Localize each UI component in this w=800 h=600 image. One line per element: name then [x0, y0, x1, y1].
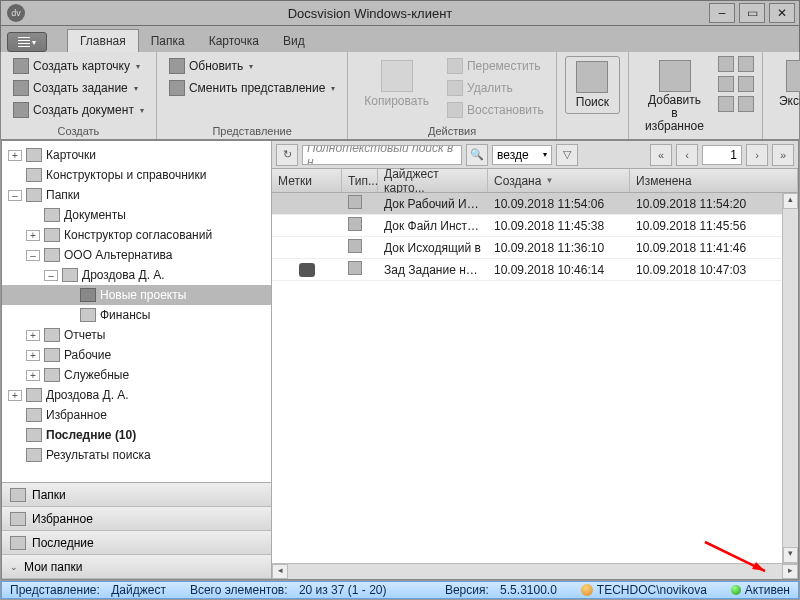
- add-favorite-label: Добавить в избранное: [645, 94, 704, 134]
- folder-icon: [44, 228, 60, 242]
- status-user: TECHDOC\novikova: [581, 583, 707, 597]
- tree-node-new-projects[interactable]: Новые проекты: [2, 285, 271, 305]
- tab-folder[interactable]: Папка: [139, 30, 197, 52]
- fulltext-search-input[interactable]: Полнотекстовый поиск в н: [302, 145, 462, 165]
- sidebar: +Карточки Конструкторы и справочники –Па…: [2, 141, 272, 579]
- group-label-actions: Действия: [356, 123, 547, 137]
- col-modified[interactable]: Изменена: [630, 169, 798, 192]
- tree-node-constructors[interactable]: Конструкторы и справочники: [2, 165, 271, 185]
- move-button[interactable]: Переместить: [443, 56, 548, 76]
- move-label: Переместить: [467, 59, 541, 73]
- star-icon: [10, 512, 26, 526]
- doctype-icon: [348, 217, 362, 231]
- table-row[interactable]: Док Файл Инструкция...10.09.2018 11:45:3…: [272, 215, 798, 237]
- restore-icon: [447, 102, 463, 118]
- export-button[interactable]: Экспорт: [771, 56, 800, 112]
- change-view-button[interactable]: Сменить представление▾: [165, 78, 339, 98]
- search-icon: [26, 448, 42, 462]
- restore-button[interactable]: Восстановить: [443, 100, 548, 120]
- chevron-down-icon: ▾: [134, 84, 138, 93]
- minimize-button[interactable]: –: [709, 3, 735, 23]
- refresh-button[interactable]: Обновить▾: [165, 56, 339, 76]
- search-scope-combo[interactable]: везде▾: [492, 145, 552, 165]
- tree-node-reports[interactable]: +Отчеты: [2, 325, 271, 345]
- tree-node-service[interactable]: +Служебные: [2, 365, 271, 385]
- move-icon: [447, 58, 463, 74]
- folder-tree: +Карточки Конструкторы и справочники –Па…: [2, 141, 271, 482]
- page-number-input[interactable]: 1: [702, 145, 742, 165]
- add-favorite-button[interactable]: Добавить в избранное: [637, 56, 712, 138]
- tree-node-recent[interactable]: Последние (10): [2, 425, 271, 445]
- tree-node-documents[interactable]: Документы: [2, 205, 271, 225]
- page-first-button[interactable]: «: [650, 144, 672, 166]
- toolbar-refresh-button[interactable]: ↻: [276, 144, 298, 166]
- nav-folders[interactable]: Папки: [2, 483, 271, 507]
- group-label-view: Представление: [165, 123, 339, 137]
- page-next-button[interactable]: ›: [746, 144, 768, 166]
- close-button[interactable]: ✕: [769, 3, 795, 23]
- table-row[interactable]: Зад Задание на испо...10.09.2018 10:46:1…: [272, 259, 798, 281]
- col-digest[interactable]: Дайджест карто...: [378, 169, 488, 192]
- vertical-scrollbar[interactable]: ▴▾: [782, 193, 798, 563]
- tab-view[interactable]: Вид: [271, 30, 317, 52]
- create-card-button[interactable]: Создать карточку▾: [9, 56, 148, 76]
- chevron-down-icon: ⌄: [10, 562, 18, 572]
- folder-open-icon: [80, 288, 96, 302]
- user-folder-icon: [26, 388, 42, 402]
- page-prev-button[interactable]: ‹: [676, 144, 698, 166]
- tab-card[interactable]: Карточка: [197, 30, 271, 52]
- col-marks[interactable]: Метки: [272, 169, 342, 192]
- nav-favorites[interactable]: Избранное: [2, 507, 271, 531]
- folder-icon: [44, 248, 60, 262]
- tree-node-favorites[interactable]: Избранное: [2, 405, 271, 425]
- tree-node-drozdova2[interactable]: +Дроздова Д. А.: [2, 385, 271, 405]
- horizontal-scrollbar[interactable]: ◂▸: [272, 563, 798, 579]
- tree-node-working[interactable]: +Рабочие: [2, 345, 271, 365]
- mark-color-grid[interactable]: [718, 56, 754, 112]
- content-pane: ↻ Полнотекстовый поиск в н 🔍 везде▾ ▽ « …: [272, 141, 798, 579]
- tree-node-drozdova[interactable]: –Дроздова Д. А.: [2, 265, 271, 285]
- clock-icon: [10, 536, 26, 550]
- main-area: +Карточки Конструкторы и справочники –Па…: [1, 140, 799, 580]
- window-title: Docsvision Windows-клиент: [31, 6, 709, 21]
- nav-stack: Папки Избранное Последние ⌄Мои папки: [2, 482, 271, 579]
- col-created[interactable]: Создана▼: [488, 169, 630, 192]
- search-button[interactable]: Поиск: [565, 56, 620, 114]
- clock-icon: [26, 428, 42, 442]
- page-last-button[interactable]: »: [772, 144, 794, 166]
- nav-recent[interactable]: Последние: [2, 531, 271, 555]
- tree-node-ooo[interactable]: –ООО Альтернатива: [2, 245, 271, 265]
- create-document-button[interactable]: Создать документ▾: [9, 100, 148, 120]
- table-row[interactable]: Док Рабочий Инструк...10.09.2018 11:54:0…: [272, 193, 798, 215]
- tree-node-cards[interactable]: +Карточки: [2, 145, 271, 165]
- create-card-label: Создать карточку: [33, 59, 130, 73]
- cell-digest: Док Исходящий в: [378, 241, 488, 255]
- maximize-button[interactable]: ▭: [739, 3, 765, 23]
- chevron-down-icon: ▾: [331, 84, 335, 93]
- nav-my-folders[interactable]: ⌄Мои папки: [2, 555, 271, 579]
- copy-button[interactable]: Копировать: [356, 56, 437, 112]
- table-row[interactable]: Док Исходящий в10.09.2018 11:36:1010.09.…: [272, 237, 798, 259]
- cell-modified: 10.09.2018 11:41:46: [630, 241, 798, 255]
- tab-home[interactable]: Главная: [67, 29, 139, 52]
- quick-access-toolbar[interactable]: ▾: [7, 32, 47, 52]
- ribbon-group-actions: Копировать Переместить Удалить Восстанов…: [348, 52, 556, 139]
- delete-button[interactable]: Удалить: [443, 78, 548, 98]
- tree-node-constructor-approvals[interactable]: +Конструктор согласований: [2, 225, 271, 245]
- tree-node-folders[interactable]: –Папки: [2, 185, 271, 205]
- cell-digest: Зад Задание на испо...: [378, 263, 488, 277]
- filter-button[interactable]: ▽: [556, 144, 578, 166]
- create-task-button[interactable]: Создать задание▾: [9, 78, 148, 98]
- search-go-button[interactable]: 🔍: [466, 144, 488, 166]
- cell-created: 10.09.2018 11:45:38: [488, 219, 630, 233]
- search-icon: [576, 61, 608, 93]
- task-icon: [13, 80, 29, 96]
- status-led-icon: [731, 585, 741, 595]
- star-icon: [659, 60, 691, 92]
- col-type[interactable]: Тип...: [342, 169, 378, 192]
- doctype-icon: [348, 195, 362, 209]
- tree-node-finance[interactable]: Финансы: [2, 305, 271, 325]
- statusbar: Представление: Дайджест Всего элементов:…: [1, 581, 799, 599]
- star-icon: [26, 408, 42, 422]
- tree-node-search-results[interactable]: Результаты поиска: [2, 445, 271, 465]
